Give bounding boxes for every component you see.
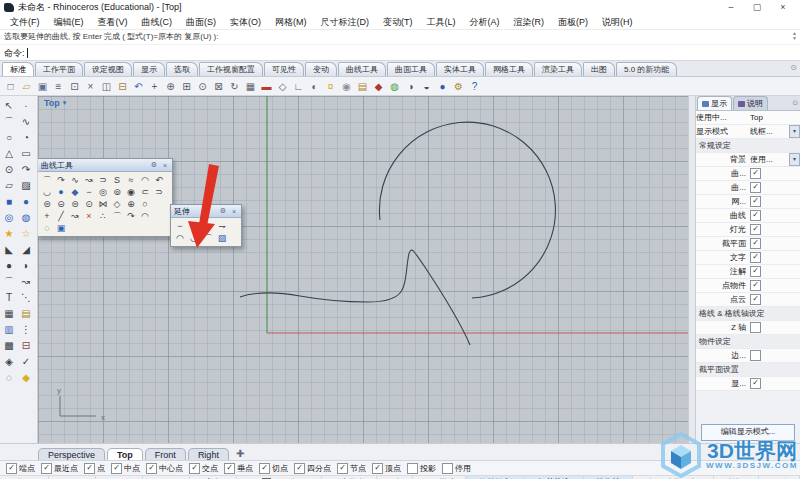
freeform-curve[interactable] (240, 250, 470, 345)
panel-check-row[interactable]: 网...✓ (696, 195, 800, 209)
zoom-extents-icon[interactable]: ⊠ (211, 79, 226, 94)
toolbar-tab-出图[interactable]: 出图 (583, 62, 615, 76)
circle-tool-icon[interactable]: ○ (1, 130, 17, 145)
palette-tool-icon[interactable]: ◉ (124, 186, 138, 198)
palette-tool-icon[interactable]: ⌒ (201, 232, 215, 244)
set-view-icon[interactable]: ◇ (275, 79, 290, 94)
palette-tool-icon[interactable]: ○ (138, 198, 152, 210)
palette-tool-icon[interactable]: ▨ (215, 232, 229, 244)
panel-prop-row[interactable]: 背景使用...▾ (696, 153, 800, 167)
cplane-icon[interactable]: ∟ (291, 79, 306, 94)
polyline-tool-icon[interactable]: ⌒ (1, 114, 17, 129)
layer-icon[interactable]: ▤ (355, 79, 370, 94)
palette-tool-icon[interactable]: ⋈ (96, 198, 110, 210)
checkbox[interactable]: ✓ (111, 463, 122, 474)
curve-fillet-icon[interactable]: ⌒ (1, 274, 17, 289)
palette-tool-icon[interactable]: ↷ (124, 210, 138, 222)
checkbox[interactable] (750, 350, 761, 361)
point-tool-icon[interactable]: ∙ (18, 98, 34, 113)
palette-tool-icon[interactable]: ⊃ (96, 174, 110, 186)
checkbox[interactable]: ✓ (750, 252, 761, 263)
panel-splitter[interactable] (688, 96, 696, 443)
panel-prop-row[interactable]: 显示模式线框...▾ (696, 125, 800, 139)
viewport-layout-icon[interactable]: ▦ (243, 79, 258, 94)
block-tool-icon[interactable]: ▥ (1, 322, 17, 337)
print-icon[interactable]: ≡ (51, 79, 66, 94)
extract-tool-icon[interactable]: ☆ (18, 226, 34, 241)
palette-tool-icon[interactable]: S (110, 174, 124, 186)
command-input[interactable]: 命令: (0, 45, 800, 61)
ellipse-tool-icon[interactable]: ◔ (18, 130, 34, 145)
viewport-menu-chevron-icon[interactable]: ▾ (63, 99, 67, 107)
menu-item-实体(O)[interactable]: 实体(O) (223, 16, 268, 29)
palette-tool-icon[interactable]: ∿ (68, 174, 82, 186)
zoom-window-icon[interactable]: ⊞ (179, 79, 194, 94)
palette-tool-icon[interactable]: ⊕ (124, 198, 138, 210)
checkbox[interactable]: ✓ (750, 280, 761, 291)
command-scroll-buttons[interactable]: ▲ ▼ (790, 31, 799, 41)
osnap-垂点[interactable]: ✓垂点 (224, 463, 253, 474)
osnap-中点[interactable]: ✓中点 (111, 463, 140, 474)
toolbar-tab-5.0 的新功能[interactable]: 5.0 的新功能 (616, 62, 677, 76)
palette-tool-icon[interactable]: − (82, 186, 96, 198)
toolbar-tab-标准[interactable]: 标准 (2, 62, 34, 76)
checkbox[interactable]: ✓ (259, 463, 270, 474)
checkbox[interactable]: ✓ (84, 463, 95, 474)
palette-tool-icon[interactable]: ∴ (96, 210, 110, 222)
osnap-交点[interactable]: ✓交点 (189, 463, 218, 474)
menu-item-工具(L)[interactable]: 工具(L) (420, 16, 463, 29)
checkbox[interactable]: ✓ (294, 463, 305, 474)
shade-tool-icon[interactable]: ◌ (1, 370, 17, 385)
curve-tools-palette[interactable]: 曲线工具 ⚙ × ⌒↷∿↝⊃S≈◠↶◡●◆−◎⊚◉⊂⊃⊜⊝⊜⊙⋈◇⊕○+╱↝×∴… (38, 158, 173, 237)
palette-tool-icon[interactable]: + (40, 210, 54, 222)
osnap-顶点[interactable]: ✓顶点 (372, 463, 401, 474)
viewport-title-label[interactable]: Top (44, 98, 60, 108)
palette-tool-icon[interactable]: ↝ (82, 174, 96, 186)
ghosted-view-icon[interactable]: ◒ (419, 79, 434, 94)
menu-item-曲线(C)[interactable]: 曲线(C) (135, 16, 180, 29)
palette-tool-icon[interactable]: − (173, 220, 187, 232)
scroll-down-icon[interactable]: ▼ (790, 36, 799, 41)
checkbox[interactable]: ✓ (146, 463, 157, 474)
explode-tool-icon[interactable]: ★ (1, 226, 17, 241)
panel-tab-显示[interactable]: 显示 (697, 96, 732, 110)
checkbox[interactable] (407, 463, 418, 474)
chamfer-edge-icon[interactable]: ◢ (18, 242, 34, 257)
circle-curve[interactable] (379, 122, 555, 298)
menu-item-渲染(R)[interactable]: 渲染(R) (507, 16, 552, 29)
palette-tool-icon[interactable]: ● (54, 186, 68, 198)
toolbar-tab-显示[interactable]: 显示 (133, 62, 165, 76)
osnap-端点[interactable]: ✓端点 (6, 463, 35, 474)
toolbar-tab-实体工具[interactable]: 实体工具 (436, 62, 484, 76)
toolbar-tab-变动[interactable]: 变动 (305, 62, 337, 76)
toolbar-tab-选取[interactable]: 选取 (166, 62, 198, 76)
curve-tools-palette-titlebar[interactable]: 曲线工具 ⚙ × (38, 159, 172, 172)
viewport-tab-Top[interactable]: Top (107, 448, 143, 460)
checkbox[interactable]: ✓ (750, 238, 761, 249)
rectangle-tool-icon[interactable]: ▭ (18, 146, 34, 161)
panel-check-row[interactable]: 边... (696, 349, 800, 363)
history-tool-icon[interactable]: ⊟ (18, 338, 34, 353)
palette-tool-icon[interactable]: ↦ (201, 220, 215, 232)
point-edit-icon[interactable]: ⋱ (18, 290, 34, 305)
surface-tool-icon[interactable]: ▱ (1, 178, 17, 193)
paste-icon[interactable]: ⊟ (115, 79, 130, 94)
osnap-节点[interactable]: ✓节点 (337, 463, 366, 474)
extend-curve-icon[interactable]: ↝ (18, 274, 34, 289)
toolbar-tab-设定视图[interactable]: 设定视图 (84, 62, 132, 76)
panel-check-row[interactable]: 注解✓ (696, 265, 800, 279)
checkbox[interactable]: ✓ (750, 182, 761, 193)
panel-row-value[interactable]: Top (750, 111, 800, 124)
panel-check-row[interactable]: 截平面✓ (696, 237, 800, 251)
toolbar-tab-渲染工具[interactable]: 渲染工具 (534, 62, 582, 76)
check-tool-icon[interactable]: ✓ (18, 354, 34, 369)
palette-close-icon[interactable]: × (230, 208, 238, 215)
osnap-中心点[interactable]: ✓中心点 (146, 463, 183, 474)
palette-tool-icon[interactable]: ↷ (54, 174, 68, 186)
polygon-tool-icon[interactable]: ⊙ (1, 162, 17, 177)
undo-icon[interactable]: ↶ (131, 79, 146, 94)
close-button[interactable]: × (770, 0, 796, 15)
edit-display-mode-button[interactable]: 编辑显示模式... (701, 424, 795, 441)
cylinder-tool-icon[interactable]: ◎ (1, 210, 17, 225)
palette-tool-icon[interactable]: ⊃ (152, 186, 166, 198)
